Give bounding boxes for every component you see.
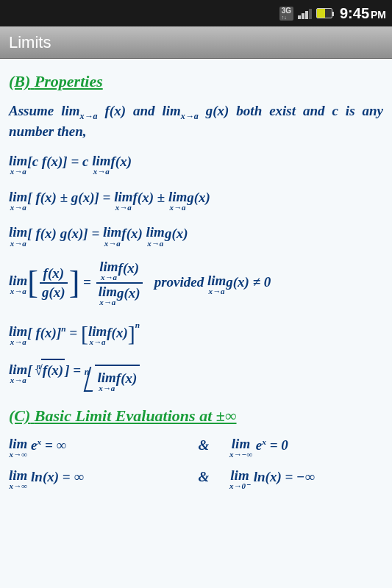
signal-icon <box>298 7 312 19</box>
inline-limit: limx→a <box>61 103 97 118</box>
eval-row-ln: limx→∞ ln(x) = ∞ & limx→0⁻ ln(x) = −∞ <box>9 467 383 490</box>
property-sum-diff: limx→a[ f(x) ± g(x)] = limx→af(x) ± limx… <box>9 188 383 211</box>
app-title-bar: Limits <box>0 26 392 59</box>
provided-clause: provided limx→ag(x) ≠ 0 <box>154 274 271 290</box>
section-b-heading: (B) Properties <box>9 71 383 93</box>
property-root: limx→a[n√f(x)] = nlimx→af(x) <box>9 359 383 392</box>
intro-text: Assume limx→a f(x) and limx→a g(x) both … <box>9 101 383 141</box>
eval-row-exp: limx→∞ ex = ∞ & limx→−∞ ex = 0 <box>9 436 383 459</box>
property-power: limx→a[ f(x)]n = [limx→af(x)]n <box>9 320 383 345</box>
section-c-heading: (C) Basic Limit Evaluations at ±∞ <box>9 405 383 427</box>
property-quotient: limx→a[f(x)g(x)] = limx→af(x)limx→ag(x)p… <box>9 260 383 306</box>
inline-limit: limx→a <box>162 103 198 118</box>
property-product: limx→a[ f(x) g(x)] = limx→af(x) limx→ag(… <box>9 224 383 247</box>
document-body[interactable]: (B) Properties Assume limx→a f(x) and li… <box>0 59 392 506</box>
page-title: Limits <box>9 33 51 52</box>
battery-icon <box>316 8 332 18</box>
property-constant-multiple: limx→a[c f(x)] = c limx→af(x) <box>9 152 383 175</box>
clock: 9:45PM <box>340 5 386 22</box>
network-3g-icon: 3G↑↓ <box>279 7 293 21</box>
android-status-bar: 3G↑↓ 9:45PM <box>0 0 392 26</box>
